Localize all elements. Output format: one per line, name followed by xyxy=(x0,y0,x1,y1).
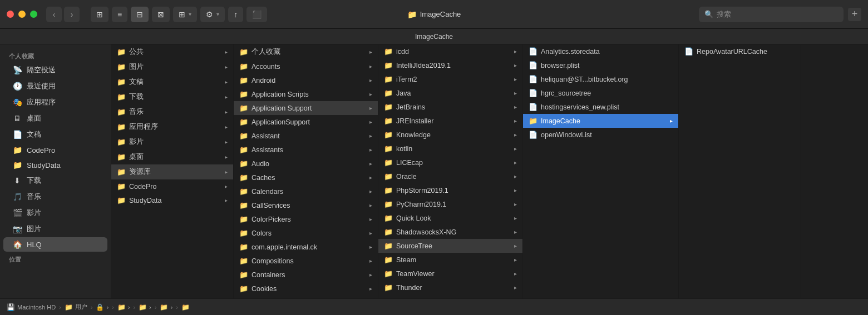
list-item-appsupport[interactable]: 📁 Application Support ▸ xyxy=(234,101,378,115)
sidebar-item-documents[interactable]: 📄 文稿 xyxy=(3,127,107,142)
view-coverflow-button[interactable]: ⊠ xyxy=(152,7,170,22)
list-item[interactable]: 📁 JREInstaller ▸ xyxy=(378,114,522,128)
list-item[interactable]: 📁 Oracle ▸ xyxy=(378,169,522,183)
list-item[interactable]: 📁 iTerm2 ▸ xyxy=(378,72,522,86)
statusbar-user[interactable]: 用户 xyxy=(75,303,87,311)
list-item[interactable]: 📁 Thunder ▸ xyxy=(378,281,522,294)
statusbar-appsupport[interactable]: › xyxy=(149,304,151,311)
maximize-button[interactable] xyxy=(30,11,37,18)
sidebar-item-movies[interactable]: 🎬 影片 xyxy=(3,205,107,221)
list-item[interactable]: 📁 Java ▸ xyxy=(378,86,522,100)
sidebar-item-recents[interactable]: 🕐 最近使用 xyxy=(3,78,107,94)
search-input[interactable] xyxy=(717,10,838,18)
list-item[interactable]: 📁 IntelliJIdea2019.1 ▸ xyxy=(378,58,522,72)
sidebar-item-downloads[interactable]: ⬇ 下载 xyxy=(3,173,107,188)
list-item[interactable]: 📁 ApplicationSupport ▸ xyxy=(234,115,378,129)
view-columns-button[interactable]: ⊟ xyxy=(131,7,149,22)
sidebar-item-applications[interactable]: 🎭 应用程序 xyxy=(3,94,107,110)
tag-button[interactable]: ⬛ xyxy=(246,7,267,22)
view-arrange-button[interactable]: ⊞ xyxy=(173,7,197,22)
list-item[interactable]: 📄 heliquan@ST...bitbucket.org xyxy=(523,72,678,86)
list-item[interactable]: 📁 Assistants ▸ xyxy=(234,143,378,157)
col-item-label: TeamViewer xyxy=(396,270,511,278)
list-item[interactable]: 📄 hgrc_sourcetree xyxy=(523,86,678,100)
sidebar-item-studydata[interactable]: 📁 StudyData xyxy=(3,158,107,172)
list-item[interactable]: 📁 Quick Look ▸ xyxy=(378,211,522,225)
list-item[interactable]: 📄 RepoAvatarURLCache xyxy=(679,44,801,58)
list-item-library[interactable]: 📁 资源库 ▸ xyxy=(111,164,233,179)
list-item[interactable]: 📁 CodePro ▸ xyxy=(111,179,233,193)
list-item[interactable]: 📁 com.apple.internal.ck ▸ xyxy=(234,240,378,254)
list-item[interactable]: 📁 kotlin ▸ xyxy=(378,142,522,156)
list-item[interactable]: 📁 图片 ▸ xyxy=(111,59,233,74)
view-list-button[interactable]: ≡ xyxy=(112,7,127,22)
back-button[interactable]: ‹ xyxy=(46,7,62,22)
list-item[interactable]: 📁 Android ▸ xyxy=(234,73,378,87)
list-item[interactable]: 📁 公共 ▸ xyxy=(111,44,233,59)
list-item[interactable]: 📁 Compositions ▸ xyxy=(234,254,378,268)
list-item[interactable]: 📁 PyCharm2019.1 ▸ xyxy=(378,197,522,211)
sidebar-item-airdrop[interactable]: 📡 隔空投送 xyxy=(3,62,107,78)
list-item[interactable]: 📁 icdd ▸ xyxy=(378,44,522,58)
statusbar-macintosh[interactable]: Macintosh HD xyxy=(17,304,56,311)
arrow-icon: ▸ xyxy=(369,286,372,292)
forward-button[interactable]: › xyxy=(64,7,80,22)
list-item[interactable]: 📁 影片 ▸ xyxy=(111,134,233,149)
list-item[interactable]: 📁 Application Scripts ▸ xyxy=(234,87,378,101)
minimize-button[interactable] xyxy=(18,11,26,18)
statusbar-library[interactable]: › xyxy=(128,304,130,311)
list-item[interactable]: 📁 桌面 ▸ xyxy=(111,149,233,164)
view-grid-button[interactable]: ⊞ xyxy=(91,7,108,22)
list-item[interactable]: 📁 Assistant ▸ xyxy=(234,129,378,143)
list-item[interactable]: 📁 下载 ▸ xyxy=(111,89,233,104)
col-item-label: Thunder xyxy=(396,284,511,292)
sidebar-item-codepro[interactable]: 📁 CodePro xyxy=(3,143,107,157)
folder-icon: 📁 xyxy=(529,117,537,125)
sidebar-item-hlq[interactable]: 🏠 HLQ xyxy=(3,237,107,252)
list-item[interactable]: 📁 WebStorm2019.1 ▸ xyxy=(378,294,522,298)
col-item-label: Colors xyxy=(251,229,366,237)
list-item[interactable]: 📁 Knowledge ▸ xyxy=(378,128,522,142)
list-item[interactable]: 📄 hostingservices_new.plist xyxy=(523,100,678,114)
list-item[interactable]: 📁 LICEcap ▸ xyxy=(378,156,522,169)
list-item[interactable]: 📁 音乐 ▸ xyxy=(111,104,233,119)
list-item[interactable]: 📁 Audio ▸ xyxy=(234,157,378,171)
list-item[interactable]: 📁 JetBrains ▸ xyxy=(378,100,522,114)
sidebar-item-music[interactable]: 🎵 音乐 xyxy=(3,189,107,204)
list-item[interactable]: 📄 openWindowList xyxy=(523,128,678,142)
folder-icon: 📁 xyxy=(239,215,248,223)
statusbar-sourcetree[interactable]: › xyxy=(170,304,172,311)
actions-button[interactable]: ⚙ xyxy=(200,7,225,22)
list-item[interactable]: 📁 个人收藏 ▸ xyxy=(234,44,378,59)
list-item[interactable]: 📁 Containers ▸ xyxy=(234,268,378,282)
close-button[interactable] xyxy=(7,11,14,18)
sidebar-item-photos[interactable]: 📷 图片 xyxy=(3,221,107,237)
statusbar-hlq[interactable]: › xyxy=(106,304,108,311)
list-item[interactable]: 📁 应用程序 ▸ xyxy=(111,119,233,134)
list-item[interactable]: 📁 PhpStorm2019.1 ▸ xyxy=(378,183,522,197)
list-item[interactable]: 📁 StudyData ▸ xyxy=(111,193,233,207)
list-item[interactable]: 📁 Calendars ▸ xyxy=(234,184,378,198)
list-item[interactable]: 📁 CallServices ▸ xyxy=(234,198,378,212)
sidebar-item-desktop[interactable]: 🖥 桌面 xyxy=(3,111,107,126)
titlebar-center: 📁 ImageCache xyxy=(407,10,461,19)
share-button[interactable]: ↑ xyxy=(228,7,243,22)
sidebar-label-studydata: StudyData xyxy=(27,161,61,169)
search-bar[interactable]: 🔍 xyxy=(699,7,844,22)
list-item[interactable]: 📁 TeamViewer ▸ xyxy=(378,267,522,281)
list-item[interactable]: 📁 Steam ▸ xyxy=(378,253,522,267)
list-item[interactable]: 📁 Accounts ▸ xyxy=(234,59,378,73)
list-item[interactable]: 📁 Cookies ▸ xyxy=(234,282,378,296)
folder-icon: 📁 xyxy=(384,242,393,250)
list-item-sourcetree[interactable]: 📁 SourceTree ▸ xyxy=(378,239,522,253)
plus-button[interactable]: + xyxy=(848,8,861,21)
column-sourcetree: 📄 Analytics.storedata 📄 browser.plist 📄 … xyxy=(523,44,679,298)
list-item[interactable]: 📁 ShadowsocksX-NG ▸ xyxy=(378,225,522,239)
list-item[interactable]: 📁 文稿 ▸ xyxy=(111,74,233,89)
list-item[interactable]: 📁 Caches ▸ xyxy=(234,171,378,184)
list-item[interactable]: 📁 ColorPickers ▸ xyxy=(234,212,378,226)
list-item[interactable]: 📄 Analytics.storedata xyxy=(523,44,678,58)
list-item[interactable]: 📁 Colors ▸ xyxy=(234,226,378,240)
list-item[interactable]: 📄 browser.plist xyxy=(523,58,678,72)
list-item-imagecache[interactable]: 📁 ImageCache ▸ xyxy=(523,114,678,128)
